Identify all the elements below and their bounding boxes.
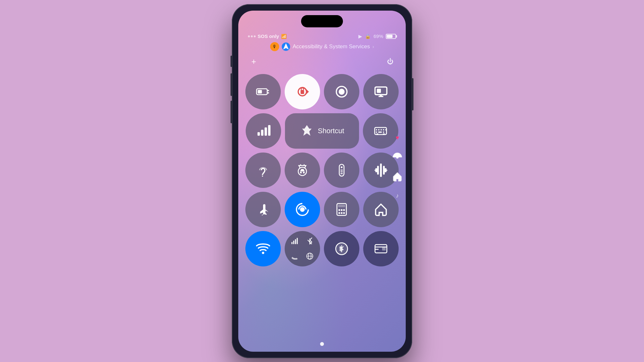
svg-point-58 <box>396 156 398 158</box>
svg-rect-32 <box>340 170 343 171</box>
wifi-status-icon: 📶 <box>281 34 287 39</box>
hearing-button[interactable] <box>245 153 281 188</box>
shortcut-button[interactable]: Shortcut <box>285 113 359 149</box>
svg-rect-22 <box>385 129 387 130</box>
phone-screen: SOS only 📶 ▶ 🔒 69% 🎙 Accessibility & Sys… <box>238 11 406 352</box>
svg-rect-6 <box>301 90 304 94</box>
signal-cluster-icon <box>291 237 299 246</box>
screen-mirror-button[interactable] <box>363 74 399 109</box>
svg-rect-34 <box>340 173 343 174</box>
svg-point-35 <box>300 207 305 212</box>
globe-cluster-icon <box>306 252 314 260</box>
music-icon[interactable]: ♪ <box>392 191 402 201</box>
svg-point-43 <box>343 212 345 214</box>
broadcast-icon[interactable] <box>392 152 402 162</box>
rotate-lock-button[interactable] <box>285 74 320 109</box>
wifi-button[interactable] <box>245 231 281 266</box>
airdrop-button[interactable] <box>285 192 320 227</box>
sos-label: SOS only <box>258 33 279 39</box>
airplane-mode-button[interactable] <box>245 192 281 227</box>
status-left: SOS only 📶 <box>248 33 287 39</box>
signal-dots <box>248 35 256 37</box>
mute-button[interactable] <box>231 56 232 67</box>
svg-point-41 <box>338 212 340 214</box>
svg-rect-55 <box>382 247 386 250</box>
battery-fill <box>387 35 393 38</box>
status-right: ▶ 🔒 69% <box>358 33 396 39</box>
svg-rect-15 <box>265 127 267 136</box>
cash-app-button[interactable]: $ <box>324 231 359 266</box>
svg-rect-19 <box>378 129 380 130</box>
add-control-button[interactable]: + <box>248 56 260 68</box>
controls-row-5: $ <box>245 231 399 266</box>
cellular-button[interactable] <box>246 113 281 149</box>
svg-marker-5 <box>307 89 309 94</box>
svg-rect-46 <box>293 240 294 244</box>
location-status-icon: ▶ <box>358 33 362 39</box>
svg-rect-37 <box>338 205 345 207</box>
shortcut-label: Shortcut <box>318 127 344 135</box>
accessibility-header[interactable]: 🎙 Accessibility & System Services › <box>238 40 406 54</box>
top-bar: + ⏻ <box>238 54 406 71</box>
svg-point-31 <box>341 166 343 168</box>
accessibility-title: Accessibility & System Services <box>293 43 370 50</box>
svg-point-26 <box>262 175 263 177</box>
phone-frame: SOS only 📶 ▶ 🔒 69% 🎙 Accessibility & Sys… <box>232 4 412 358</box>
svg-rect-20 <box>381 129 382 130</box>
controls-row-4 <box>245 192 399 227</box>
wallet-button[interactable] <box>363 231 399 266</box>
remote-button[interactable] <box>324 153 359 188</box>
location-icon <box>282 42 290 51</box>
svg-rect-10 <box>377 88 381 93</box>
mic-icon: 🎙 <box>270 42 279 51</box>
svg-point-38 <box>338 209 340 211</box>
low-power-button[interactable] <box>245 74 281 109</box>
svg-rect-21 <box>383 129 384 130</box>
controls-row-2: Shortcut <box>245 113 399 149</box>
focus-cluster-icon <box>291 252 299 260</box>
chevron-right-icon: › <box>373 44 374 49</box>
driving-focus-button[interactable] <box>285 153 320 188</box>
health-icon[interactable]: ♥ <box>392 133 402 143</box>
svg-point-8 <box>339 88 345 94</box>
controls-area: Shortcut <box>238 71 406 352</box>
volume-up-button[interactable] <box>231 73 232 96</box>
svg-rect-24 <box>378 131 382 133</box>
power-button[interactable]: ⏻ <box>384 56 396 68</box>
page-indicator <box>320 342 324 346</box>
svg-rect-14 <box>261 130 263 135</box>
calculator-button[interactable] <box>324 192 359 227</box>
svg-rect-33 <box>340 171 343 172</box>
battery-bar <box>386 34 396 39</box>
lock-rotation-icon: 🔒 <box>365 33 371 39</box>
controls-row-1 <box>245 74 399 109</box>
svg-point-39 <box>341 209 343 211</box>
svg-rect-17 <box>375 127 387 135</box>
svg-point-42 <box>341 212 343 214</box>
svg-rect-16 <box>268 125 270 135</box>
svg-rect-3 <box>258 90 262 93</box>
svg-point-44 <box>262 252 264 254</box>
dynamic-island <box>301 15 343 27</box>
network-cluster-button[interactable] <box>285 231 320 266</box>
svg-rect-23 <box>376 131 377 133</box>
controls-row-3 <box>245 153 399 188</box>
svg-point-28 <box>300 172 302 173</box>
power-side-button[interactable] <box>412 78 413 110</box>
svg-rect-18 <box>376 129 377 130</box>
screen-record-button[interactable] <box>324 74 359 109</box>
battery-percent: 69% <box>374 33 383 39</box>
bluetooth-cluster-icon <box>306 237 314 246</box>
home-small-icon[interactable] <box>392 172 402 182</box>
svg-rect-13 <box>258 132 260 135</box>
svg-rect-47 <box>295 239 296 244</box>
svg-rect-25 <box>383 131 384 133</box>
svg-point-40 <box>343 209 345 211</box>
right-side-icons: ♥ ♪ <box>392 133 402 201</box>
volume-down-button[interactable] <box>231 101 232 123</box>
svg-point-29 <box>303 172 305 173</box>
svg-rect-45 <box>291 242 292 244</box>
svg-rect-48 <box>297 238 298 244</box>
